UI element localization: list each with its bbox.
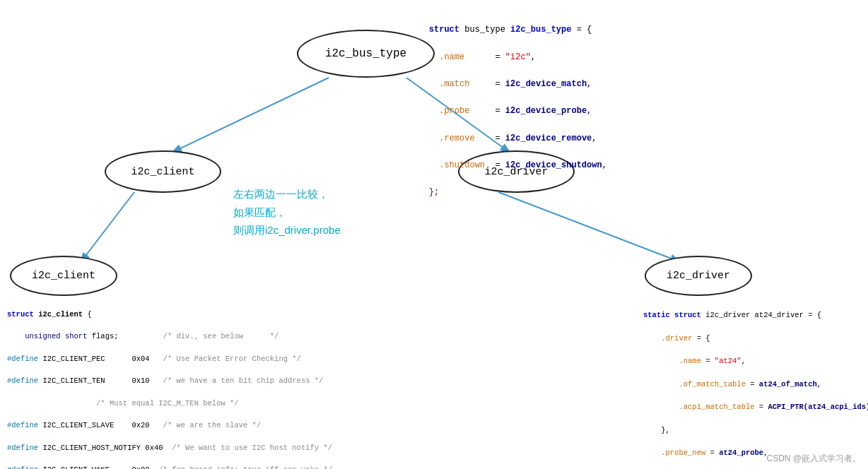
- svg-line-0: [173, 78, 329, 152]
- watermark: CSDN @嵌入式学习者。: [766, 453, 861, 465]
- annotation-line2: 如果匹配，: [233, 203, 341, 222]
- code-block-client: struct i2c_client { unsigned short flags…: [7, 298, 332, 469]
- node-bus-type-label: i2c_bus_type: [325, 47, 406, 60]
- node-driver-bot: i2c_driver: [645, 256, 752, 296]
- node-client-bot: i2c_client: [10, 256, 117, 296]
- code-block-top: struct bus_type i2c_bus_type = { .name =…: [409, 10, 607, 213]
- code-block-driver: static struct i2c_driver at24_driver = {…: [643, 298, 868, 469]
- node-client-mid-label: i2c_client: [131, 166, 194, 178]
- main-canvas: i2c_bus_type i2c_client i2c_driver i2c_c…: [0, 0, 868, 469]
- svg-line-2: [81, 192, 134, 261]
- node-client-mid: i2c_client: [105, 150, 221, 193]
- annotation-line3: 则调用i2c_driver.probe: [233, 221, 341, 239]
- annotation-text: 左右两边一一比较， 如果匹配， 则调用i2c_driver.probe: [233, 185, 341, 239]
- annotation-line1: 左右两边一一比较，: [233, 185, 341, 203]
- node-driver-bot-label: i2c_driver: [667, 270, 730, 282]
- node-client-bot-label: i2c_client: [32, 270, 95, 282]
